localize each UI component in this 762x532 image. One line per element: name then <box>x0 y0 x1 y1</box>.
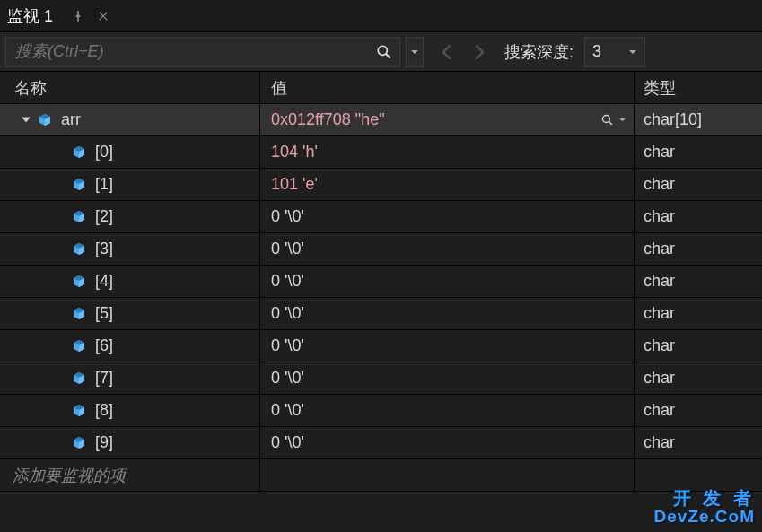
add-item-placeholder: 添加要监视的项 <box>13 465 126 486</box>
nav-arrows <box>433 37 494 67</box>
variable-value: 0 '\0' <box>271 401 304 420</box>
cell-type: char <box>635 169 762 200</box>
variable-value: 0 '\0' <box>271 272 304 291</box>
cell-type: char <box>635 298 762 329</box>
cell-name: [7] <box>0 362 260 394</box>
cell-type: char <box>635 362 762 394</box>
cell-type: char <box>635 201 762 232</box>
value-visualizer-button[interactable] <box>600 113 626 127</box>
variable-name: [2] <box>95 207 113 226</box>
svg-point-2 <box>603 115 610 122</box>
table-header: 名称 值 类型 <box>0 72 762 104</box>
search-depth-value: 3 <box>592 42 601 61</box>
cell-value: 101 'e' <box>260 169 635 200</box>
search-box <box>5 37 400 67</box>
table-row[interactable]: [6]0 '\0'char <box>0 330 762 362</box>
search-depth-label: 搜索深度: <box>504 41 574 63</box>
table-row[interactable]: [8]0 '\0'char <box>0 395 762 427</box>
cell-value: 0 '\0' <box>260 233 635 265</box>
toolbar: 搜索深度: 3 <box>0 32 762 72</box>
variable-icon <box>72 145 86 160</box>
variable-type: char <box>644 207 675 226</box>
column-header-type[interactable]: 类型 <box>635 72 762 103</box>
watch-table: 名称 值 类型 arr0x012ff708 "he"char[10][0]104… <box>0 72 762 492</box>
cell-name: [8] <box>0 395 260 426</box>
table-row[interactable]: [7]0 '\0'char <box>0 362 762 395</box>
cell-name: [1] <box>0 169 260 200</box>
close-icon[interactable] <box>92 5 114 27</box>
variable-value: 101 'e' <box>271 175 318 194</box>
svg-point-0 <box>378 46 387 55</box>
cell-type: char <box>635 427 762 458</box>
variable-value: 0 '\0' <box>271 433 304 452</box>
nav-forward-button[interactable] <box>463 37 494 67</box>
variable-name: [8] <box>95 401 113 420</box>
variable-value: 0x012ff708 "he" <box>271 110 385 129</box>
variable-icon <box>72 178 86 192</box>
panel-title: 监视 1 <box>7 5 53 27</box>
cell-value: 0x012ff708 "he" <box>260 104 635 135</box>
variable-name: [4] <box>95 272 113 291</box>
search-icon[interactable] <box>369 38 399 66</box>
cell-type: char <box>635 136 762 168</box>
column-header-value[interactable]: 值 <box>260 72 635 103</box>
cell-name: [6] <box>0 330 260 362</box>
search-input[interactable] <box>6 42 369 61</box>
variable-type: char <box>644 336 675 355</box>
svg-line-3 <box>609 121 613 125</box>
variable-name: [0] <box>95 143 113 161</box>
table-row[interactable]: [5]0 '\0'char <box>0 298 762 330</box>
variable-type: char <box>644 272 675 291</box>
variable-value: 104 'h' <box>271 143 318 161</box>
search-options-dropdown[interactable] <box>406 37 424 67</box>
table-row[interactable]: arr0x012ff708 "he"char[10] <box>0 104 762 136</box>
variable-type: char <box>644 304 675 323</box>
variable-value: 0 '\0' <box>271 336 304 355</box>
pin-icon[interactable] <box>67 5 89 27</box>
variable-type: char[10] <box>644 110 702 129</box>
variable-value: 0 '\0' <box>271 304 304 323</box>
cell-name: [5] <box>0 298 260 329</box>
cell-value: 0 '\0' <box>260 266 635 297</box>
titlebar: 监视 1 <box>0 0 762 32</box>
variable-name: [7] <box>95 369 113 388</box>
cell-value: 0 '\0' <box>260 427 635 458</box>
cell-value: 0 '\0' <box>260 395 635 426</box>
variable-icon <box>38 113 52 127</box>
expander-icon[interactable] <box>18 112 34 128</box>
variable-icon <box>72 371 86 386</box>
cell-type: char[10] <box>635 104 762 135</box>
search-depth-select[interactable]: 3 <box>584 37 645 67</box>
variable-icon <box>72 275 86 289</box>
table-row[interactable]: [4]0 '\0'char <box>0 266 762 298</box>
cell-name: arr <box>0 104 260 135</box>
variable-icon <box>72 404 86 418</box>
table-row[interactable]: [0]104 'h'char <box>0 136 762 169</box>
variable-name: [6] <box>95 336 113 355</box>
cell-type: char <box>635 395 762 426</box>
table-row[interactable]: [1]101 'e'char <box>0 169 762 201</box>
column-header-name[interactable]: 名称 <box>0 72 260 103</box>
cell-name: [0] <box>0 136 260 168</box>
table-row[interactable]: [9]0 '\0'char <box>0 427 762 459</box>
cell-name: [9] <box>0 427 260 458</box>
cell-name: [3] <box>0 233 260 265</box>
table-row[interactable]: [2]0 '\0'char <box>0 201 762 233</box>
table-row[interactable]: [3]0 '\0'char <box>0 233 762 266</box>
cell-type: char <box>635 330 762 362</box>
cell-name: [4] <box>0 266 260 297</box>
cell-value: 104 'h' <box>260 136 635 168</box>
variable-name: [1] <box>95 175 113 194</box>
cell-name: [2] <box>0 201 260 232</box>
cell-value: 0 '\0' <box>260 298 635 329</box>
variable-type: char <box>644 240 675 258</box>
nav-back-button[interactable] <box>433 37 463 67</box>
watermark: 开 发 者 DevZe.CoM <box>654 488 755 527</box>
variable-name: arr <box>61 110 81 129</box>
variable-type: char <box>644 433 675 452</box>
variable-value: 0 '\0' <box>271 240 304 258</box>
variable-type: char <box>644 369 675 388</box>
variable-name: [3] <box>95 240 113 258</box>
cell-value: 0 '\0' <box>260 362 635 394</box>
add-watch-row[interactable]: 添加要监视的项 <box>0 459 762 492</box>
